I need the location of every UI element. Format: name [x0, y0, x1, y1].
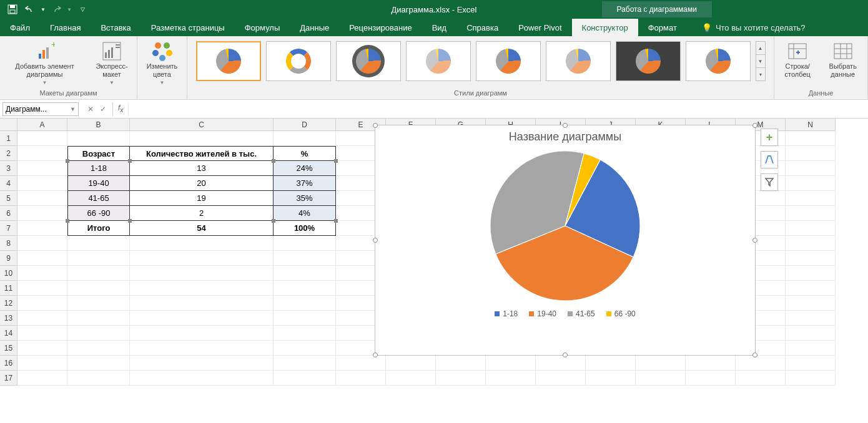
data-cell[interactable]: 54 — [130, 221, 274, 236]
tab-вставка[interactable]: Вставка — [91, 19, 141, 36]
cell[interactable] — [67, 236, 130, 251]
cell[interactable] — [17, 191, 67, 206]
cell[interactable] — [274, 251, 336, 266]
cell[interactable] — [67, 326, 130, 341]
cell[interactable] — [67, 296, 130, 311]
cell[interactable] — [130, 236, 274, 251]
redo-icon[interactable] — [49, 2, 64, 17]
cell[interactable] — [67, 266, 130, 281]
tab-формат[interactable]: Формат — [638, 19, 687, 36]
legend-item[interactable]: 19-40 — [529, 309, 556, 318]
data-cell[interactable]: 20 — [130, 176, 274, 191]
data-cell[interactable]: 19-40 — [67, 176, 130, 191]
legend-item[interactable]: 41-65 — [568, 309, 595, 318]
cell[interactable] — [17, 236, 67, 251]
cell[interactable] — [67, 131, 130, 146]
cell[interactable] — [17, 131, 67, 146]
cell[interactable] — [686, 371, 736, 386]
chart-legend[interactable]: 1-1819-4041-6566 -90 — [375, 301, 755, 318]
cell[interactable] — [130, 296, 274, 311]
cell[interactable] — [786, 296, 836, 311]
quick-layout-button[interactable]: Экспресс-макет ▼ — [91, 41, 133, 86]
data-cell[interactable]: 66 -90 — [67, 206, 130, 221]
chart-style-1[interactable] — [196, 41, 261, 81]
chart-title[interactable]: Название диаграммы — [375, 125, 755, 143]
cell[interactable] — [786, 251, 836, 266]
add-chart-element-button[interactable]: + Добавить элемент диаграммы ▼ — [4, 41, 86, 86]
cell[interactable] — [736, 356, 786, 371]
cell[interactable] — [17, 146, 67, 161]
tab-разметка страницы[interactable]: Разметка страницы — [141, 19, 235, 36]
chart-style-2[interactable] — [266, 41, 331, 81]
switch-row-column-button[interactable]: Строка/столбец — [778, 41, 817, 79]
cell[interactable] — [736, 371, 786, 386]
cell[interactable] — [17, 281, 67, 296]
row-header[interactable]: 9 — [0, 251, 17, 266]
cell[interactable] — [274, 326, 336, 341]
tab-данные[interactable]: Данные — [290, 19, 339, 36]
row-header[interactable]: 14 — [0, 326, 17, 341]
row-header[interactable]: 15 — [0, 341, 17, 356]
cell[interactable] — [786, 131, 836, 146]
data-cell[interactable]: % — [274, 146, 336, 161]
chart-style-7[interactable] — [616, 41, 681, 81]
cell[interactable] — [786, 356, 836, 371]
cell[interactable] — [17, 341, 67, 356]
cell[interactable] — [274, 281, 336, 296]
cell[interactable] — [17, 371, 67, 386]
cell[interactable] — [336, 371, 386, 386]
cell[interactable] — [130, 341, 274, 356]
data-cell[interactable]: 37% — [274, 176, 336, 191]
cell[interactable] — [17, 206, 67, 221]
col-header[interactable]: N — [786, 119, 836, 131]
cell[interactable] — [274, 131, 336, 146]
chart-style-4[interactable] — [406, 41, 471, 81]
cell[interactable] — [17, 326, 67, 341]
cell[interactable] — [274, 371, 336, 386]
undo-dropdown-icon[interactable]: ▼ — [40, 2, 46, 17]
data-cell[interactable]: Итого — [67, 221, 130, 236]
chart-style-8[interactable] — [686, 41, 751, 81]
select-data-button[interactable]: Выбрать данные — [822, 41, 864, 79]
cell[interactable] — [386, 356, 436, 371]
cell[interactable] — [67, 356, 130, 371]
row-header[interactable]: 2 — [0, 146, 17, 161]
col-header[interactable]: B — [67, 119, 130, 131]
row-header[interactable]: 6 — [0, 206, 17, 221]
tell-me-input[interactable]: 💡Что вы хотите сделать? — [702, 19, 806, 36]
row-header[interactable]: 4 — [0, 176, 17, 191]
redo-dropdown-icon[interactable]: ▼ — [66, 2, 72, 17]
cell[interactable] — [274, 311, 336, 326]
row-header[interactable]: 16 — [0, 356, 17, 371]
cell[interactable] — [686, 356, 736, 371]
formula-input[interactable] — [128, 102, 868, 116]
cell[interactable] — [67, 371, 130, 386]
cell[interactable] — [786, 191, 836, 206]
cell[interactable] — [67, 251, 130, 266]
cell[interactable] — [786, 266, 836, 281]
chart-filter-button[interactable] — [761, 173, 778, 191]
cell[interactable] — [786, 326, 836, 341]
row-header[interactable]: 7 — [0, 221, 17, 236]
tab-главная[interactable]: Главная — [40, 19, 91, 36]
cancel-icon[interactable]: ✕ — [87, 105, 94, 114]
gallery-scroll[interactable]: ▲▼▾ — [756, 41, 766, 81]
tab-формулы[interactable]: Формулы — [235, 19, 290, 36]
cell[interactable] — [67, 281, 130, 296]
row-header[interactable]: 12 — [0, 296, 17, 311]
cell[interactable] — [636, 371, 686, 386]
chevron-down-icon[interactable]: ▼ — [70, 106, 76, 112]
cell[interactable] — [274, 236, 336, 251]
cell[interactable] — [786, 176, 836, 191]
tab-справка[interactable]: Справка — [456, 19, 508, 36]
cell[interactable] — [436, 371, 486, 386]
cell[interactable] — [67, 341, 130, 356]
cell[interactable] — [536, 371, 586, 386]
select-all-corner[interactable] — [0, 119, 17, 131]
fx-icon[interactable]: fx — [113, 104, 128, 114]
data-cell[interactable]: 2 — [130, 206, 274, 221]
row-header[interactable]: 10 — [0, 266, 17, 281]
cell[interactable] — [336, 356, 386, 371]
cell[interactable] — [17, 311, 67, 326]
row-header[interactable]: 3 — [0, 161, 17, 176]
